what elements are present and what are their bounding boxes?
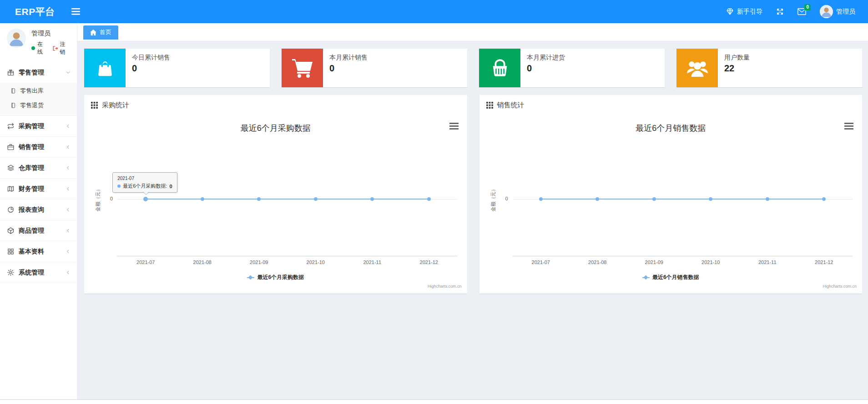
- page-footer: [0, 399, 868, 404]
- legend-label: 最近6个月销售数据: [652, 274, 699, 281]
- document-icon: [10, 102, 16, 109]
- y-axis-title: 金额（元）: [95, 187, 101, 212]
- x-axis-label: 2021-11: [363, 259, 381, 265]
- stat-card-value: 0: [132, 63, 170, 74]
- chart-context-menu-button[interactable]: [448, 121, 460, 131]
- users-icon: [686, 59, 709, 78]
- angle-left-icon: [65, 269, 71, 275]
- x-axis-label: 2021-10: [701, 259, 720, 265]
- data-point[interactable]: [822, 197, 826, 201]
- layers-icon: [7, 164, 15, 172]
- data-point[interactable]: [709, 197, 712, 201]
- stat-card-body: 用户数量22: [718, 49, 756, 87]
- data-point[interactable]: [766, 197, 769, 201]
- panel-purchase-stats: 采购统计 最近6个月采购数据2021-072021-082021-092021-…: [84, 95, 467, 294]
- sidebar-item-label: 商品管理: [19, 227, 44, 235]
- shopping-bag-icon: [95, 58, 116, 79]
- legend-item[interactable]: 最近6个月销售数据: [642, 274, 699, 281]
- top-navbar: ERP平台 新手引导 0 管理员: [0, 0, 868, 23]
- x-axis-label: 2021-10: [307, 259, 325, 265]
- sidebar-item-system: 系统管理: [0, 262, 77, 283]
- stat-card-body: 本月累计销售0: [323, 49, 374, 87]
- angle-left-icon: [65, 249, 71, 254]
- sidebar-item-report-link[interactable]: 报表查询: [0, 200, 77, 220]
- data-point[interactable]: [595, 197, 599, 201]
- x-axis-label: 2021-12: [815, 259, 833, 265]
- sidebar-item-purchase-link[interactable]: 采购管理: [0, 116, 77, 136]
- x-axis-line: [117, 256, 457, 256]
- stat-card-label: 本月累计销售: [329, 54, 368, 62]
- user-menu[interactable]: 管理员: [820, 5, 855, 18]
- legend-item[interactable]: 最近6个月采购数据: [247, 274, 304, 281]
- x-axis-label: 2021-08: [193, 259, 212, 265]
- data-point[interactable]: [370, 197, 374, 201]
- stat-card-value: 0: [329, 63, 368, 74]
- angle-left-icon: [65, 165, 71, 171]
- data-point[interactable]: [257, 197, 261, 201]
- gem-icon: [726, 8, 734, 15]
- angle-left-icon: [65, 144, 71, 150]
- expand-icon: [776, 8, 784, 15]
- sidebar-item-warehouse-link[interactable]: 仓库管理: [0, 158, 77, 178]
- tooltip-series-dot: [117, 185, 121, 188]
- tab-home[interactable]: 首页: [83, 25, 118, 40]
- data-point[interactable]: [314, 197, 318, 201]
- x-axis-label: 2021-07: [532, 259, 550, 265]
- fullscreen-button[interactable]: [776, 8, 784, 15]
- sidebar-item-goods-link[interactable]: 商品管理: [0, 220, 77, 241]
- data-point[interactable]: [201, 197, 204, 201]
- x-axis-label: 2021-12: [420, 259, 438, 265]
- data-point[interactable]: [652, 197, 656, 201]
- stat-card-label: 用户数量: [724, 54, 750, 62]
- panel-sales-stats: 销售统计 最近6个月销售数据2021-072021-082021-092021-…: [479, 95, 863, 294]
- sidebar-toggle-button[interactable]: [69, 5, 83, 18]
- messages-button[interactable]: 0: [797, 8, 806, 15]
- angle-left-icon: [65, 228, 71, 234]
- series-line: [146, 199, 429, 200]
- tooltip-series-name: 最近6个月采购数据:: [123, 183, 167, 190]
- purchase-chart: 最近6个月采购数据2021-072021-082021-092021-10202…: [84, 115, 467, 292]
- sidebar-item-sales-link[interactable]: 销售管理: [0, 137, 77, 157]
- stat-card-icon-box: [676, 49, 718, 87]
- sidebar-item-system-link[interactable]: 系统管理: [0, 262, 77, 283]
- stat-card-value: 22: [724, 63, 750, 74]
- sidebar-item-basic-link[interactable]: 基本资料: [0, 241, 77, 262]
- messages-count-badge: 0: [804, 4, 811, 10]
- app-logo[interactable]: ERP平台: [0, 5, 69, 18]
- main-content: 首页 今日累计销售0本月累计销售0本月累计进货0用户数量22 采购统计 最近6个…: [77, 23, 868, 399]
- avatar: [7, 29, 26, 48]
- loop-icon: [7, 122, 15, 130]
- sidebar-item-retail-link[interactable]: 零售管理: [0, 62, 77, 83]
- grid-icon: [7, 248, 15, 255]
- legend-marker-icon: [642, 275, 650, 279]
- angle-left-icon: [65, 207, 71, 213]
- sidebar-item-basic: 基本资料: [0, 241, 77, 262]
- stat-card-icon-box: [84, 49, 126, 87]
- tooltip-value: 0: [169, 184, 172, 189]
- document-icon: [10, 88, 16, 94]
- chart-legend: 最近6个月采购数据: [84, 274, 467, 281]
- chart-context-menu-button[interactable]: [843, 121, 855, 131]
- sidebar-subitem-retail-return: 零售退货: [0, 98, 77, 113]
- th-grid-icon: [91, 102, 98, 109]
- sidebar-subitem-retail-return-link[interactable]: 零售退货: [0, 98, 77, 113]
- sidebar-subitem-retail-outbound-link[interactable]: 零售出库: [0, 84, 77, 98]
- x-axis-line: [513, 256, 853, 256]
- sidebar-item-retail: 零售管理零售出库零售退货: [0, 62, 77, 116]
- stat-card-label: 今日累计销售: [132, 54, 170, 62]
- logout-link[interactable]: 注销: [52, 40, 71, 56]
- data-point[interactable]: [427, 197, 431, 201]
- online-status-label: 在线: [37, 40, 48, 56]
- legend-marker-icon: [247, 275, 254, 279]
- tooltip-series-row: 最近6个月采购数据: 0: [117, 183, 172, 190]
- stat-card: 用户数量22: [676, 49, 862, 87]
- panel-title: 采购统计: [102, 101, 129, 110]
- sidebar-item-finance-link[interactable]: 财务管理: [0, 179, 77, 199]
- data-point[interactable]: [539, 197, 543, 201]
- highcharts-credit-link[interactable]: Highcharts.com.cn: [823, 284, 857, 289]
- gift-icon: [7, 69, 15, 76]
- chart-legend: 最近6个月销售数据: [479, 274, 863, 281]
- highcharts-credit-link[interactable]: Highcharts.com.cn: [428, 284, 462, 289]
- guide-button[interactable]: 新手引导: [726, 8, 762, 16]
- pie-chart-icon: [7, 206, 15, 214]
